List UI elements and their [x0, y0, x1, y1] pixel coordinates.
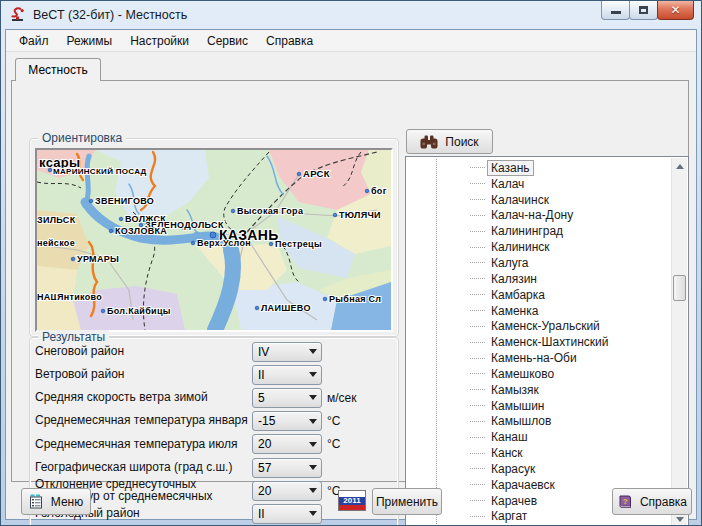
combobox-value: -15: [253, 414, 304, 428]
tree-item-label: Калач: [488, 177, 527, 191]
title-bar[interactable]: ВеСТ (32-бит) - Местность ✕: [1, 1, 701, 29]
menu-button[interactable]: Меню: [21, 488, 91, 515]
tree-item[interactable]: Каменск-Шахтинский: [406, 334, 671, 350]
chevron-down-icon[interactable]: [304, 442, 321, 447]
chevron-down-icon[interactable]: [304, 465, 321, 470]
tree-connector: [470, 437, 485, 438]
menu-file[interactable]: Файл: [10, 31, 58, 51]
svg-text:бог: бог: [371, 186, 387, 196]
list-scrollbar[interactable]: [671, 158, 687, 526]
help-button[interactable]: ? Справка: [612, 488, 692, 515]
tree-item[interactable]: Камышин: [406, 398, 671, 414]
chevron-down-icon[interactable]: [304, 511, 321, 516]
tree-item[interactable]: Калининград: [406, 223, 671, 239]
tree-item[interactable]: Канаш: [406, 429, 671, 445]
result-combobox[interactable]: II: [252, 504, 322, 524]
tree-item[interactable]: Камышлов: [406, 414, 671, 430]
tree-item[interactable]: Карасук: [406, 461, 671, 477]
tree-connector: [470, 231, 485, 232]
tree-item-label: Карасук: [488, 462, 538, 476]
city-tree: Казань Калач Калачинск: [406, 160, 671, 524]
tree-connector: [470, 262, 485, 263]
result-row: Географическая широта (град с.ш.) 57: [35, 456, 397, 479]
apply-button[interactable]: Применить: [372, 488, 442, 515]
chevron-down-icon[interactable]: [304, 395, 321, 400]
tree-connector: [470, 167, 485, 168]
maximize-button[interactable]: [629, 1, 658, 20]
map-view[interactable]: ксарыМАРИИНСКИЙ ПОСАДАРСКбогЗВЕНИГОВОВыс…: [35, 148, 393, 332]
menu-bar: Файл Режимы Настройки Сервис Справка: [6, 30, 696, 52]
menu-service[interactable]: Сервис: [198, 31, 257, 51]
tree-item[interactable]: Камень-на-Оби: [406, 350, 671, 366]
combobox-value: 20: [253, 484, 304, 498]
result-row: Снеговой район IV: [35, 340, 397, 363]
tree-item-label: Каменка: [488, 304, 541, 318]
tree-item-label: Карачев: [488, 494, 540, 508]
scrollbar-thumb[interactable]: [673, 275, 686, 301]
tree-item[interactable]: Камешково: [406, 366, 671, 382]
tree-connector: [470, 310, 485, 311]
tree-item[interactable]: Калязин: [406, 271, 671, 287]
tree-item[interactable]: Каменск-Уральский: [406, 318, 671, 334]
client-area: Файл Режимы Настройки Сервис Справка Мес…: [5, 29, 697, 520]
tree-connector: [470, 468, 485, 469]
tree-item[interactable]: Каменка: [406, 303, 671, 319]
svg-text:?: ?: [623, 496, 628, 505]
tree-item-label: Камызяк: [488, 383, 542, 397]
tab-page: Ориентировка: [11, 80, 689, 482]
tab-locality[interactable]: Местность: [15, 58, 101, 81]
svg-text:Верх.Услон: Верх.Услон: [197, 238, 251, 248]
tree-connector: [470, 247, 485, 248]
tree-connector: [470, 278, 485, 279]
menu-help[interactable]: Справка: [257, 31, 322, 51]
result-combobox[interactable]: 20: [252, 481, 322, 501]
svg-text:АРСК: АРСК: [303, 168, 330, 179]
tree-item[interactable]: Калач-на-Дону: [406, 208, 671, 224]
scroll-up-button[interactable]: [672, 158, 687, 174]
svg-text:ЛАИШЕВО: ЛАИШЕВО: [261, 303, 311, 313]
result-combobox[interactable]: II: [252, 365, 322, 385]
tree-item[interactable]: Канск: [406, 445, 671, 461]
scroll-up-icon: [676, 164, 684, 169]
result-row: Среднемесячная температура января -15 °С: [35, 410, 397, 433]
tree-item[interactable]: Калачинск: [406, 192, 671, 208]
tree-connector: [470, 199, 485, 200]
result-combobox[interactable]: -15: [252, 411, 322, 431]
chevron-down-icon[interactable]: [304, 349, 321, 354]
menu-modes[interactable]: Режимы: [58, 31, 122, 51]
result-combobox[interactable]: IV: [252, 342, 322, 362]
tree-item[interactable]: Калуга: [406, 255, 671, 271]
tree-item-label: Калининград: [488, 224, 566, 238]
tree-item-label: Казань: [488, 161, 533, 175]
tree-item[interactable]: Камызяк: [406, 382, 671, 398]
result-combobox[interactable]: 20: [252, 434, 322, 454]
tree-item[interactable]: Калининск: [406, 239, 671, 255]
window-title: ВеСТ (32-бит) - Местность: [33, 8, 187, 22]
tree-item-label: Канск: [488, 446, 526, 460]
tree-item[interactable]: Казань: [406, 160, 671, 176]
tree-item-label: Камышлов: [488, 414, 554, 428]
result-row: Среднемесячная температура июля 20 °С: [35, 433, 397, 456]
minimize-button[interactable]: [601, 1, 630, 20]
chevron-down-icon[interactable]: [304, 419, 321, 424]
tree-item[interactable]: Калач: [406, 176, 671, 192]
tree-item-label: Камбарка: [488, 288, 548, 302]
tree-item-label: Камышин: [488, 399, 548, 413]
search-button[interactable]: Поиск: [406, 129, 493, 154]
maximize-icon: [639, 6, 648, 14]
combobox-value: IV: [253, 345, 304, 359]
tree-connector: [470, 484, 485, 485]
tree-item[interactable]: Камбарка: [406, 287, 671, 303]
result-combobox[interactable]: 57: [252, 458, 322, 478]
svg-text:КОЗЛОВКА: КОЗЛОВКА: [115, 226, 167, 236]
scroll-down-icon: [676, 517, 684, 522]
city-listbox[interactable]: Казань Калач Калачинск: [405, 156, 689, 526]
result-combobox[interactable]: 5: [252, 388, 322, 408]
result-label: Среднемесячная температура июля: [35, 439, 252, 451]
chevron-down-icon[interactable]: [304, 488, 321, 493]
tree-connector: [470, 516, 485, 517]
menu-settings[interactable]: Настройки: [121, 31, 198, 51]
tree-connector: [470, 294, 485, 295]
close-button[interactable]: ✕: [657, 1, 694, 20]
chevron-down-icon[interactable]: [304, 372, 321, 377]
